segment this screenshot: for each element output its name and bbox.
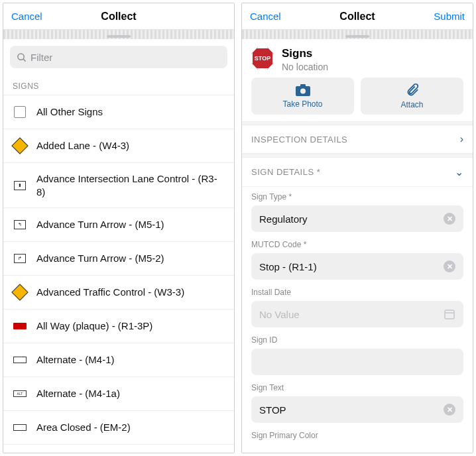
camera-icon xyxy=(295,84,311,97)
clear-icon[interactable]: ✕ xyxy=(444,260,455,272)
sign-row[interactable]: ALT Alternate - (M4-1a) xyxy=(3,376,234,410)
sign-row-label: Advance Intersection Lane Control - (R3-… xyxy=(36,172,225,198)
screen-title: Collect xyxy=(101,11,136,23)
sheet-grabber[interactable] xyxy=(107,35,131,38)
sign-checkbox-icon xyxy=(14,106,26,118)
cancel-button[interactable]: Cancel xyxy=(250,11,281,22)
warning-diamond-icon xyxy=(11,137,28,154)
install-date-value: No Value xyxy=(259,309,300,320)
sign-type-label: Sign Type * xyxy=(251,192,463,201)
sign-row[interactable]: ⬍ Advance Intersection Lane Control - (R… xyxy=(3,162,234,207)
sign-text-value: STOP xyxy=(259,404,286,416)
paperclip-icon xyxy=(405,83,420,97)
plaque-alt-icon: ALT xyxy=(13,390,27,397)
sign-text-input[interactable]: STOP ✕ xyxy=(251,396,463,423)
sign-color-label: Sign Primary Color xyxy=(251,431,463,440)
sign-row-label: Advance Turn Arrow - (M5-2) xyxy=(36,252,164,265)
sign-row-label: Alternate - (M4-1a) xyxy=(36,387,120,400)
content-right: STOP Signs No location Take Photo Attach… xyxy=(242,39,473,453)
navbar-right: Cancel Collect Submit xyxy=(242,3,473,30)
sheet-grabber[interactable] xyxy=(345,35,369,38)
chevron-down-icon: ⌄ xyxy=(455,166,463,178)
turn-arrow-icon: ↰ xyxy=(14,220,26,229)
lane-control-icon: ⬍ xyxy=(14,181,26,190)
take-photo-label: Take Photo xyxy=(282,99,322,109)
svg-rect-5 xyxy=(445,310,454,319)
sign-row-label: All Way (plaque) - (R1-3P) xyxy=(36,319,152,333)
feature-location: No location xyxy=(282,62,328,72)
chevron-right-icon: › xyxy=(460,133,463,145)
stop-sign-icon: STOP xyxy=(251,47,274,70)
section-label-signs: SIGNS xyxy=(3,72,234,95)
sign-row-label: Added Lane - (W4-3) xyxy=(36,139,129,152)
feature-title: Signs xyxy=(282,47,328,60)
right-panel: Cancel Collect Submit STOP Signs No loca… xyxy=(241,3,473,453)
sheet-texture xyxy=(242,30,473,39)
clear-icon[interactable]: ✕ xyxy=(444,213,455,225)
sign-details-section[interactable]: SIGN DETAILS * ⌄ xyxy=(242,158,473,187)
search-icon xyxy=(17,52,27,62)
sign-row-label: Alternate - (M4-1) xyxy=(36,353,115,367)
sign-row[interactable]: ↱ Advance Turn Arrow - (M5-2) xyxy=(3,241,234,275)
take-photo-button[interactable]: Take Photo xyxy=(251,78,354,115)
content-left: Filter SIGNS All Other Signs Added Lane … xyxy=(3,39,234,453)
mutcd-label: MUTCD Code * xyxy=(251,240,463,249)
clear-icon[interactable]: ✕ xyxy=(444,404,455,416)
sign-row[interactable]: All Way (plaque) - (R1-3P) xyxy=(3,309,234,343)
area-closed-icon xyxy=(13,424,27,431)
install-date-label: Install Date xyxy=(251,288,463,297)
mutcd-input[interactable]: Stop - (R1-1) ✕ xyxy=(251,253,463,280)
navbar-left: Cancel Collect xyxy=(3,3,234,30)
mutcd-value: Stop - (R1-1) xyxy=(259,261,317,272)
filter-placeholder: Filter xyxy=(30,52,52,63)
calendar-icon xyxy=(444,308,455,320)
attach-button[interactable]: Attach xyxy=(361,78,463,115)
svg-line-1 xyxy=(23,59,25,61)
submit-button[interactable]: Submit xyxy=(434,11,465,22)
cancel-button[interactable]: Cancel xyxy=(11,11,42,22)
sign-id-label: Sign ID xyxy=(251,335,463,345)
inspection-section-title: INSPECTION DETAILS xyxy=(251,135,347,144)
svg-point-4 xyxy=(300,89,306,94)
sign-row[interactable]: ↰ Advance Turn Arrow - (M5-1) xyxy=(3,207,234,241)
sign-row[interactable]: Advanced Traffic Control - (W3-3) xyxy=(3,275,234,309)
sign-row-label: Advanced Traffic Control - (W3-3) xyxy=(36,286,184,299)
sign-row[interactable]: Alternate - (M4-1) xyxy=(3,343,234,376)
sign-type-input[interactable]: Regulatory ✕ xyxy=(251,205,463,232)
screen-title: Collect xyxy=(339,11,375,23)
filter-input[interactable]: Filter xyxy=(10,46,227,68)
left-panel: Cancel Collect Filter SIGNS All Other Si… xyxy=(3,3,235,453)
sign-text-label: Sign Text xyxy=(251,383,463,392)
inspection-details-section[interactable]: INSPECTION DETAILS › xyxy=(242,125,473,154)
sign-row[interactable]: Area Closed - (EM-2) xyxy=(3,410,234,445)
sign-section-title: SIGN DETAILS * xyxy=(251,167,320,177)
sign-row-label: Advance Turn Arrow - (M5-1) xyxy=(36,218,164,231)
turn-arrow-icon: ↱ xyxy=(14,254,26,263)
install-date-input[interactable]: No Value xyxy=(251,301,463,327)
plaque-white-icon xyxy=(13,357,27,363)
sign-row-label: All Other Signs xyxy=(36,105,103,119)
plaque-red-icon xyxy=(13,323,27,329)
svg-rect-3 xyxy=(300,84,306,87)
sign-row[interactable]: All Other Signs xyxy=(3,95,234,129)
attach-label: Attach xyxy=(400,100,423,109)
sign-row[interactable]: Added Lane - (W4-3) xyxy=(3,129,234,162)
feature-header: STOP Signs No location xyxy=(242,39,473,78)
sign-row-label: Area Closed - (EM-2) xyxy=(36,421,131,434)
warning-diamond-icon xyxy=(11,284,28,300)
sign-id-input[interactable] xyxy=(251,349,463,375)
sign-type-value: Regulatory xyxy=(259,213,308,225)
sheet-texture xyxy=(3,30,234,39)
